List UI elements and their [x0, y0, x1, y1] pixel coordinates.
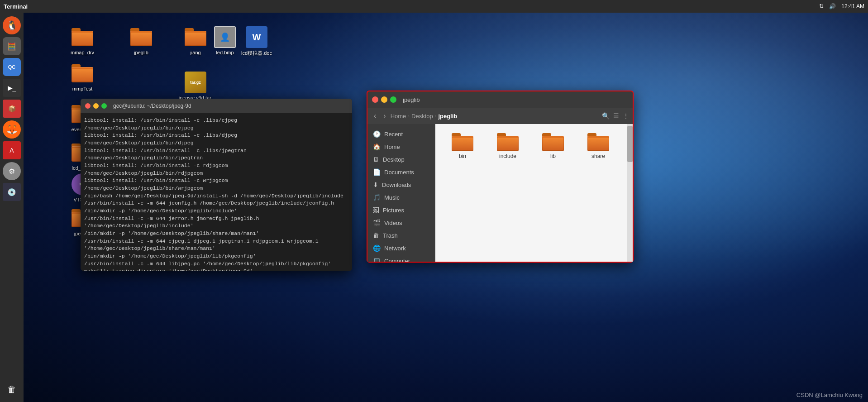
file-item-bin[interactable]: bin [444, 133, 481, 159]
terminal-line: libtool: install: /usr/bin/install -c .l… [84, 147, 348, 162]
sidebar-item-music[interactable]: 🎵 Music [367, 191, 435, 204]
terminal-line: /bin/mkdir -p '/home/gec/Desktop/jpeglib… [84, 253, 348, 260]
terminal-body[interactable]: libtool: install: /usr/bin/install -c .l… [81, 113, 352, 271]
terminal-close-button[interactable] [85, 103, 91, 109]
terminal-window: gec@ubuntu: ~/Desktop/jpeg-9d libtool: i… [81, 99, 352, 271]
dock-item-trash[interactable]: 🗑 [3, 380, 21, 398]
terminal-line: /bin/mkdir -p '/home/gec/Desktop/jpeglib… [84, 230, 348, 238]
downloads-icon: ⬇ [373, 181, 378, 188]
file-label: lib [550, 153, 556, 159]
archive-icon: tar.gz [185, 72, 206, 93]
dock-item-software[interactable]: 📦 [3, 100, 21, 118]
computer-icon: 💻 [373, 257, 381, 262]
desktop-icon-lcd-doc[interactable]: W lcd模拟器.doc [238, 26, 275, 57]
file-item-include[interactable]: include [490, 133, 526, 159]
desktop-icon-mmap-drv[interactable]: mmap_drv [64, 26, 100, 55]
breadcrumb-home[interactable]: Home [391, 113, 406, 120]
sidebar-item-desktop[interactable]: 🖥 Desktop [367, 153, 435, 166]
terminal-line: /usr/bin/install -c -m 644 libjpeg.pc '/… [84, 260, 348, 268]
breadcrumb-current[interactable]: jpeglib [438, 113, 457, 120]
desktop-icon-label: lcd模拟器.doc [241, 50, 272, 57]
file-label: share [591, 153, 605, 159]
documents-icon: 📄 [373, 168, 381, 176]
folder-icon [452, 133, 473, 151]
desktop-icon-label: mmpTest [72, 86, 93, 91]
sidebar-item-videos[interactable]: 🎬 Videos [367, 216, 435, 229]
desktop-icon-label: jiang [190, 50, 200, 55]
terminal-line: /bin/bash /home/gec/Desktop/jpeg-9d/inst… [84, 192, 348, 200]
trash-icon: 🗑 [373, 232, 379, 239]
dock-item-qc[interactable]: QC [3, 58, 21, 76]
file-manager-scrollbar[interactable] [627, 124, 633, 262]
sidebar-item-computer[interactable]: 💻 Computer [367, 254, 435, 262]
dock-item-app1[interactable]: A [3, 141, 21, 159]
dock-item-terminal[interactable]: ▶_ [3, 79, 21, 97]
file-manager-titlebar[interactable]: jpeglib [367, 91, 633, 108]
sidebar-item-documents[interactable]: 📄 Documents [367, 166, 435, 178]
terminal-title: gec@ubuntu: ~/Desktop/jpeg-9d [113, 103, 191, 109]
taskbar-title: Terminal [4, 3, 28, 10]
search-icon[interactable]: 🔍 [602, 112, 610, 120]
sidebar-item-pictures[interactable]: 🖼 Pictures [367, 204, 435, 216]
desktop-icon-label: led.bmp [216, 50, 234, 55]
file-manager-body: 🕐 Recent 🏠 Home 🖥 Desktop 📄 Documents ⬇ … [367, 124, 633, 262]
sidebar-item-trash[interactable]: 🗑 Trash [367, 229, 435, 242]
dock-item-ubuntu[interactable]: 🐧 [3, 16, 21, 34]
folder-icon [587, 133, 609, 151]
terminal-line: libtool: install: /usr/bin/install -c rd… [84, 162, 348, 177]
terminal-minimize-button[interactable] [93, 103, 99, 109]
videos-icon: 🎬 [373, 219, 381, 226]
sidebar-item-recent[interactable]: 🕐 Recent [367, 128, 435, 140]
music-icon: 🎵 [373, 194, 381, 201]
desktop-icon-jpeglib[interactable]: jpeglib [123, 26, 159, 55]
watermark: CSDN @Lamchiu Kwong [796, 392, 863, 398]
dock-item-dvd[interactable]: 💿 [3, 183, 21, 201]
terminal-line: /usr/bin/install -c -m 644 jerror.h jmor… [84, 215, 348, 230]
scrollbar-thumb[interactable] [627, 126, 633, 162]
terminal-maximize-button[interactable] [101, 103, 107, 109]
terminal-titlebar[interactable]: gec@ubuntu: ~/Desktop/jpeg-9d [81, 99, 352, 113]
desktop-icon-label: mmap_drv [71, 50, 94, 55]
file-manager-window: jpeglib ‹ › Home › Desktop › jpeglib 🔍 ☰… [367, 91, 634, 263]
terminal-line: libtool: install: /usr/bin/install -c .l… [84, 117, 348, 132]
photo-icon: 👤 [214, 26, 236, 48]
sidebar-item-downloads[interactable]: ⬇ Downloads [367, 178, 435, 191]
file-manager-minimize-button[interactable] [381, 96, 387, 103]
word-icon: W [246, 26, 267, 48]
terminal-line: /bin/mkdir -p '/home/gec/Desktop/jpeglib… [84, 207, 348, 215]
desktop-icon-led-bmp[interactable]: 👤 led.bmp [207, 26, 243, 55]
pictures-icon: 🖼 [373, 206, 379, 214]
file-manager-content[interactable]: bin include lib [435, 124, 627, 262]
nav-forward-button[interactable]: › [381, 110, 388, 122]
terminal-line: make[1]: Leaving directory '/home/gec/De… [84, 268, 348, 271]
file-manager-maximize-button[interactable] [390, 96, 396, 103]
desktop-icon: 🖥 [373, 156, 379, 163]
file-manager-title: jpeglib [403, 96, 420, 103]
file-label: bin [459, 153, 466, 159]
dock-item-gear[interactable]: ⚙ [3, 162, 21, 180]
file-label: include [499, 153, 516, 159]
desktop-icon-mmptest[interactable]: mmpTest [64, 62, 100, 91]
terminal-line: libtool: install: /usr/bin/install -c .l… [84, 132, 348, 147]
file-item-lib[interactable]: lib [535, 133, 571, 159]
file-manager-close-button[interactable] [372, 96, 378, 103]
network-icon: 🌐 [373, 244, 381, 252]
taskbar-right: ⇅ 🔊 12:41 AM [819, 3, 864, 10]
clock: 12:41 AM [841, 3, 864, 10]
terminal-line: /usr/bin/install -c -m 644 jconfig.h /ho… [84, 200, 348, 207]
more-options-icon[interactable]: ⋮ [623, 112, 629, 120]
desktop-icon-label: jpeglib [134, 50, 148, 55]
sidebar-item-home[interactable]: 🏠 Home [367, 140, 435, 153]
recent-icon: 🕐 [373, 130, 381, 138]
folder-icon [542, 133, 564, 151]
sidebar-item-network[interactable]: 🌐 Network [367, 242, 435, 254]
nav-back-button[interactable]: ‹ [371, 110, 379, 122]
file-manager-sidebar: 🕐 Recent 🏠 Home 🖥 Desktop 📄 Documents ⬇ … [367, 124, 435, 262]
breadcrumb-desktop[interactable]: Desktop [411, 113, 433, 120]
volume-icon: 🔊 [829, 3, 836, 10]
file-item-share[interactable]: share [580, 133, 616, 159]
view-options-icon[interactable]: ☰ [613, 112, 619, 120]
dock-item-firefox[interactable]: 🦊 [3, 120, 21, 139]
dock-item-calculator[interactable]: 🧮 [3, 37, 21, 55]
terminal-line: libtool: install: /usr/bin/install -c wr… [84, 177, 348, 192]
